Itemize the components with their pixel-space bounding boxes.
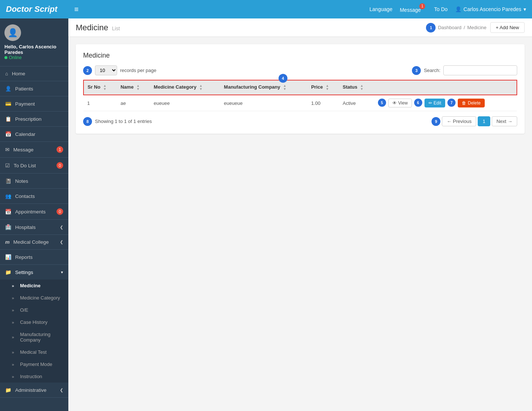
user-name: Carlos Ascencio Paredes — [464, 6, 521, 12]
cell-status: Active — [339, 95, 374, 111]
sidebar-item-todo[interactable]: ☑ To Do List 0 — [0, 158, 68, 174]
sidebar-item-settings[interactable]: 📁 Settings ▾ » Medicine » Medicine Categ… — [0, 265, 68, 383]
pagination-row: 8 Showing 1 to 1 of 1 entries 9 ← Previo… — [83, 116, 517, 126]
eye-icon: 👁 — [392, 100, 397, 106]
message-link[interactable]: Message1 — [400, 6, 427, 13]
search-group: 3 Search: — [412, 65, 517, 75]
page-subtitle: List — [112, 25, 120, 31]
payment-icon: 💳 — [5, 101, 11, 107]
home-icon: ⌂ — [5, 71, 8, 76]
cell-manufacturing-company: eueueue — [220, 95, 307, 111]
col-price[interactable]: Price ▲▼ — [307, 80, 339, 95]
sidebar-item-message[interactable]: ✉ Message 1 — [0, 142, 68, 158]
medicine-card: Medicine 2 10 25 50 100 records per page — [76, 44, 525, 134]
page-1-button[interactable]: 1 — [478, 116, 490, 126]
appt-badge: 0 — [57, 208, 63, 215]
medcol-icon: m — [5, 239, 10, 245]
sidebar-item-hospitals[interactable]: 🏥 Hospitals ❮ — [0, 220, 68, 235]
col-name[interactable]: Name ▲▼ — [117, 80, 150, 95]
sidebar-item-prescription[interactable]: 📋 Prescription — [0, 112, 68, 127]
main-content: Medicine 2 10 25 50 100 records per page — [68, 37, 532, 141]
navbar: Doctor Script ≡ Language Message1 To Do … — [0, 0, 532, 18]
medcol-chevron: ❮ — [60, 240, 63, 244]
contacts-icon: 👥 — [5, 193, 11, 199]
add-new-button[interactable]: + Add New — [490, 22, 525, 33]
pin-5: 5 — [378, 99, 386, 107]
reports-icon: 📊 — [5, 254, 11, 260]
user-menu[interactable]: 👤 Carlos Ascencio Paredes ▾ — [455, 6, 526, 12]
language-link[interactable]: Language — [369, 6, 392, 12]
pin-9: 9 — [432, 117, 440, 126]
breadcrumb: 1 Dashboard / Medicine — [426, 23, 486, 32]
previous-button[interactable]: ← Previous — [442, 116, 476, 126]
col-manufacturing-company[interactable]: Manufacturing Company ▲▼ — [220, 80, 307, 95]
online-indicator — [4, 56, 7, 59]
breadcrumb-pin: 1 — [426, 23, 436, 32]
admin-icon: 📁 — [5, 387, 11, 393]
navbar-right: Language Message1 To Do 👤 Carlos Ascenci… — [369, 6, 526, 13]
sidebar-item-reports[interactable]: 📊 Reports — [0, 250, 68, 265]
appointments-icon: 📆 — [5, 209, 11, 215]
avatar: 👤 — [4, 24, 21, 41]
pagination-buttons: 9 ← Previous 1 Next → — [432, 116, 517, 126]
todo-icon: ☑ — [5, 162, 10, 168]
records-per-page-select[interactable]: 10 25 50 100 — [95, 65, 117, 75]
col-medicine-category[interactable]: Medicine Category ▲▼ — [150, 80, 220, 95]
prescription-icon: 📋 — [5, 116, 11, 122]
submenu-payment-mode[interactable]: » Payment Mode — [0, 358, 68, 370]
submenu-instruction[interactable]: » Instruction — [0, 370, 68, 383]
todo-count-badge: 0 — [57, 162, 63, 169]
sidebar-item-home[interactable]: ⌂ Home — [0, 66, 68, 81]
sidebar-item-payment[interactable]: 💳 Payment — [0, 96, 68, 112]
delete-button[interactable]: 🗑 Delete — [458, 99, 485, 107]
notes-icon: 📓 — [5, 178, 11, 184]
submenu-medicine[interactable]: » Medicine — [0, 280, 68, 292]
cell-name: ae — [117, 95, 150, 111]
edit-icon: ✏ — [429, 100, 432, 106]
sidebar-item-administrative[interactable]: 📁 Administrative ❮ — [0, 383, 68, 398]
page-heading: Medicine List — [76, 23, 120, 32]
admin-chevron: ❮ — [60, 388, 63, 393]
table-row: 1 ae eueuee eueueue 1.00 Active 5 — [83, 95, 517, 111]
col-status[interactable]: Status ▲▼ — [339, 80, 374, 95]
submenu-case-history[interactable]: » Case History — [0, 316, 68, 328]
sidebar-item-calendar[interactable]: 📅 Calendar — [0, 127, 68, 142]
sidebar-nav: ⌂ Home 👤 Patients 💳 Payment 📋 Prescripti… — [0, 66, 68, 398]
sidebar-item-appointments[interactable]: 📆 Appointments 0 — [0, 204, 68, 220]
calendar-icon: 📅 — [5, 131, 11, 137]
sidebar-item-patients[interactable]: 👤 Patients — [0, 81, 68, 96]
breadcrumb-dashboard[interactable]: Dashboard — [438, 25, 461, 30]
table-wrapper: 4 Sr No ▲▼ Name ▲▼ Medicine Category ▲▼ … — [83, 80, 517, 111]
search-input[interactable] — [443, 65, 517, 75]
settings-icon: 📁 — [5, 269, 11, 275]
pin-2: 2 — [83, 66, 92, 75]
cell-medicine-category: eueuee — [150, 95, 220, 111]
submenu-medical-test[interactable]: » Medical Test — [0, 346, 68, 358]
sidebar-user-section: 👤 Hello, Carlos Ascencio Paredes Online — [0, 18, 68, 66]
pin-3: 3 — [412, 66, 421, 75]
submenu-medicine-category[interactable]: » Medicine Category — [0, 292, 68, 304]
message-count-badge: 1 — [57, 146, 63, 153]
pin-6: 6 — [414, 99, 422, 107]
sidebar-item-notes[interactable]: 📓 Notes — [0, 174, 68, 189]
sidebar-item-contacts[interactable]: 👥 Contacts — [0, 189, 68, 204]
breadcrumb-current: Medicine — [467, 25, 487, 30]
col-sr-no[interactable]: Sr No ▲▼ — [83, 80, 117, 95]
submenu-oe[interactable]: » O/E — [0, 304, 68, 316]
records-label: records per page — [120, 68, 156, 73]
sidebar-item-medical-college[interactable]: m Medical College ❮ — [0, 235, 68, 250]
sidebar-toggle[interactable]: ≡ — [74, 5, 79, 14]
view-button[interactable]: 👁 View — [388, 99, 412, 107]
next-button[interactable]: Next → — [492, 116, 517, 126]
todo-link[interactable]: To Do — [434, 6, 448, 12]
message-badge: 1 — [419, 3, 425, 9]
medicine-table: Sr No ▲▼ Name ▲▼ Medicine Category ▲▼ Ma… — [83, 80, 517, 111]
submenu-manufacturing-company[interactable]: » Manufacturing Company — [0, 328, 68, 346]
cell-sr-no: 1 — [83, 95, 117, 111]
breadcrumb-bar: Medicine List 1 Dashboard / Medicine + A… — [68, 18, 532, 37]
user-icon: 👤 — [455, 6, 461, 12]
settings-chevron: ▾ — [61, 270, 63, 275]
edit-button[interactable]: ✏ Edit — [424, 99, 446, 107]
action-buttons: 5 👁 View 6 ✏ Edit — [378, 99, 513, 107]
controls-row: 2 10 25 50 100 records per page 3 Search… — [83, 65, 517, 75]
